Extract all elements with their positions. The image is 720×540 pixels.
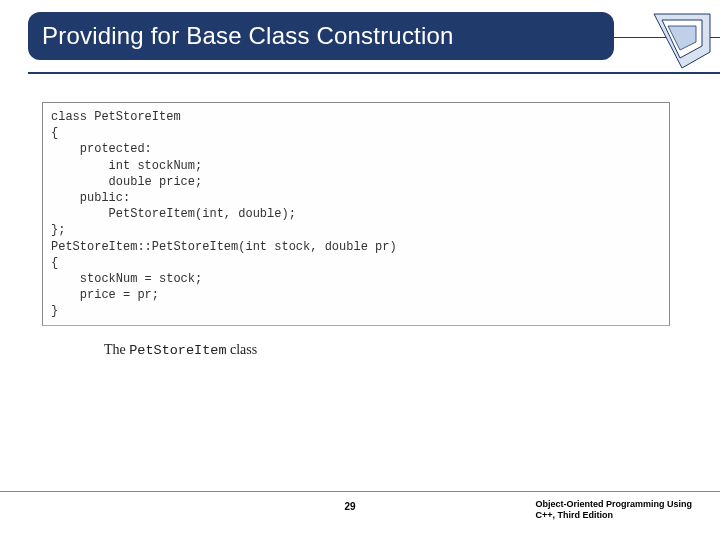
- code-listing: class PetStoreItem { protected: int stoc…: [51, 109, 661, 319]
- caption-prefix: The: [104, 342, 129, 357]
- content-area: class PetStoreItem { protected: int stoc…: [42, 102, 670, 358]
- code-listing-box: class PetStoreItem { protected: int stoc…: [42, 102, 670, 326]
- title-box: Providing for Base Class Construction: [28, 12, 614, 60]
- footer-line-1: Object-Oriented Programming Using: [535, 499, 692, 511]
- caption-classname: PetStoreItem: [129, 343, 226, 358]
- footer-text: Object-Oriented Programming Using C++, T…: [535, 499, 692, 522]
- footer-line-2: C++, Third Edition: [535, 510, 692, 522]
- caption-suffix: class: [226, 342, 257, 357]
- corner-decoration-icon: [616, 12, 716, 82]
- page-title: Providing for Base Class Construction: [42, 22, 454, 50]
- footer-divider: [0, 491, 720, 492]
- figure-caption: The PetStoreItem class: [104, 342, 670, 358]
